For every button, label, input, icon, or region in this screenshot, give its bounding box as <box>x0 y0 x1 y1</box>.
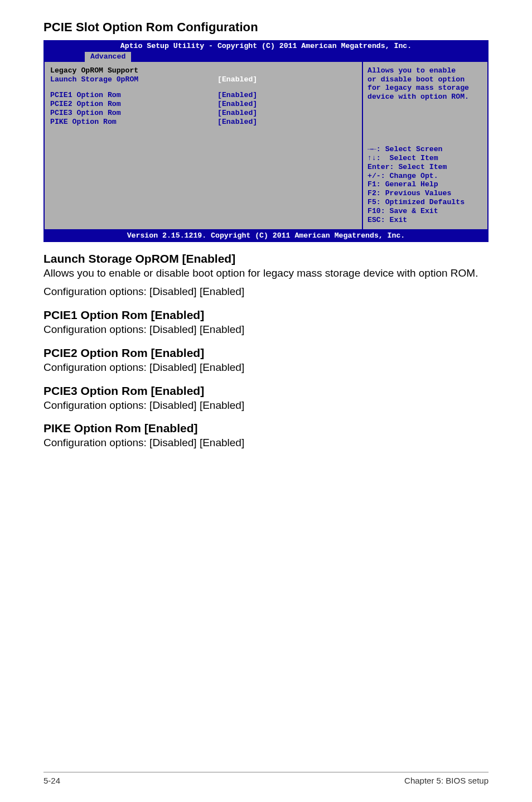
body-text: Configuration options: [Disabled] [Enabl… <box>43 361 489 374</box>
bios-tabs: Advanced <box>43 52 489 62</box>
bios-help-text: Allows you to enable or disable boot opt… <box>367 66 483 144</box>
legend-line: Enter: Select Item <box>367 163 483 172</box>
bios-item-pike[interactable]: PIKE Option Rom [Enabled] <box>50 118 356 127</box>
legend-line: F2: Previous Values <box>367 189 483 198</box>
legend-line: ↑↓: Select Item <box>367 154 483 163</box>
body-text: Configuration options: [Disabled] [Enabl… <box>43 285 489 298</box>
heading-pike: PIKE Option Rom [Enabled] <box>43 422 489 435</box>
heading-launch-storage: Launch Storage OpROM [Enabled] <box>43 252 489 265</box>
page-number: 5-24 <box>43 776 60 785</box>
page-footer: 5-24 Chapter 5: BIOS setup <box>43 772 489 785</box>
legend-line: F1: General Help <box>367 180 483 189</box>
bios-body: Legacy OpROM Support Launch Storage 0pRO… <box>43 62 489 230</box>
body-text: Allows you to enable or disable boot opt… <box>43 267 489 280</box>
bios-item-pcie3[interactable]: PCIE3 Option Rom [Enabled] <box>50 109 356 118</box>
bios-item-value: [Enabled] <box>217 109 257 118</box>
bios-header: Aptio Setup Utility - Copyright (C) 2011… <box>43 40 489 62</box>
bios-footer: Version 2.15.1219. Copyright (C) 2011 Am… <box>43 230 489 242</box>
legend-line: F10: Save & Exit <box>367 207 483 216</box>
bios-item-pcie1[interactable]: PCIE1 Option Rom [Enabled] <box>50 91 356 100</box>
body-text: Configuration options: [Disabled] [Enabl… <box>43 436 489 450</box>
help-line: for legacy mass storage <box>367 84 483 93</box>
legend-line: ESC: Exit <box>367 216 483 225</box>
chapter-label: Chapter 5: BIOS setup <box>404 776 489 785</box>
help-line: or disable boot option <box>367 75 483 84</box>
tab-advanced[interactable]: Advanced <box>85 52 131 62</box>
body-text: Configuration options: [Disabled] [Enabl… <box>43 399 489 412</box>
legend-line: →←: Select Screen <box>367 145 483 154</box>
bios-section-label: Legacy OpROM Support <box>50 66 356 75</box>
body-text: Configuration options: [Disabled] [Enabl… <box>43 323 489 336</box>
bios-item-value: [Enabled] <box>217 100 257 109</box>
bios-item-pcie2[interactable]: PCIE2 Option Rom [Enabled] <box>50 100 356 109</box>
bios-item-label: PCIE2 Option Rom <box>50 100 217 109</box>
bios-item-value: [Enabled] <box>217 118 257 127</box>
heading-pcie2: PCIE2 Option Rom [Enabled] <box>43 346 489 360</box>
bios-item-label: Launch Storage 0pROM <box>50 75 217 84</box>
bios-key-legend: →←: Select Screen ↑↓: Select Item Enter:… <box>367 145 483 225</box>
page-title: PCIE Slot Option Rom Configuration <box>43 20 489 35</box>
legend-line: F5: Optimized Defaults <box>367 198 483 207</box>
bios-right-pane: Allows you to enable or disable boot opt… <box>362 62 487 229</box>
heading-pcie3: PCIE3 Option Rom [Enabled] <box>43 384 489 398</box>
bios-header-title: Aptio Setup Utility - Copyright (C) 2011… <box>43 42 489 51</box>
bios-item-value: [Enabled] <box>217 91 257 100</box>
legend-line: +/-: Change Opt. <box>367 172 483 181</box>
bios-item-label: PCIE1 Option Rom <box>50 91 217 100</box>
bios-left-pane: Legacy OpROM Support Launch Storage 0pRO… <box>45 62 362 229</box>
bios-panel: Aptio Setup Utility - Copyright (C) 2011… <box>43 40 489 242</box>
help-line: device with option ROM. <box>367 93 483 102</box>
bios-item-value: [Enabled] <box>217 75 257 84</box>
bios-item-launch-storage[interactable]: Launch Storage 0pROM [Enabled] <box>50 75 356 84</box>
bios-item-label: PCIE3 Option Rom <box>50 109 217 118</box>
help-line: Allows you to enable <box>367 66 483 75</box>
heading-pcie1: PCIE1 Option Rom [Enabled] <box>43 308 489 322</box>
bios-item-label: PIKE Option Rom <box>50 118 217 127</box>
